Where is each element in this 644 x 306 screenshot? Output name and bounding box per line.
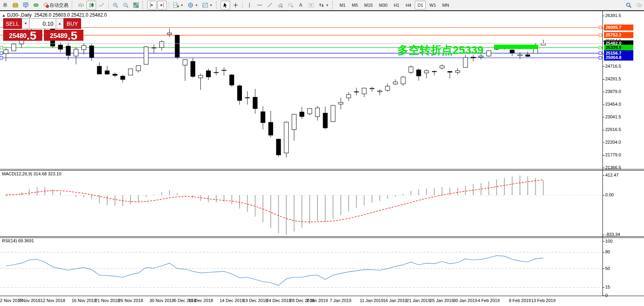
tf-w1-button-label: W1 [429, 3, 436, 8]
chart-canvas[interactable]: 多空转折点25339 [0, 11, 644, 306]
tf-m15-button[interactable]: M15 [361, 1, 375, 10]
cursor-icon [222, 2, 229, 8]
rsi-indicator-label: RSI(14) 69.3691 [2, 238, 34, 243]
vertical-line-button[interactable] [245, 1, 254, 10]
tf-w1-button[interactable]: W1 [427, 1, 439, 10]
chat-button[interactable] [634, 1, 644, 10]
new-order-button[interactable]: 单 [0, 1, 10, 10]
price-level-badge: 25004.8 [604, 55, 633, 61]
templates-icon [202, 2, 208, 8]
tf-d1-button[interactable]: D1 [415, 1, 426, 10]
toolbar-separator [108, 2, 109, 9]
time-axis-label: 25 Jan 2019 [430, 298, 454, 303]
chart-title: ▲DJ30-,Daily 25426.0 25603.0 25421.0 254… [2, 12, 107, 18]
text-button-label: A [299, 2, 302, 8]
panel-collapse-icon[interactable]: ▲ [2, 13, 6, 17]
tf-h4-button[interactable]: H4 [403, 1, 414, 10]
buy-price-frac: .5 [68, 30, 77, 41]
tf-m30-button[interactable]: M30 [376, 1, 390, 10]
time-axis-label: 12 Nov 2018 [40, 298, 65, 303]
channel-button[interactable]: E [276, 1, 285, 10]
periods-dropdown-icon[interactable]: ▼ [195, 4, 198, 7]
zoom-out-button[interactable] [121, 1, 130, 10]
sell-button[interactable]: SELL [3, 18, 22, 29]
search-icon [625, 2, 632, 8]
search-button[interactable] [624, 1, 633, 10]
price-axis-tick: 21779.0 [605, 152, 621, 157]
terminal-icon [23, 2, 29, 8]
sell-price-int: 25480 [9, 31, 27, 41]
price-axis-tick: 21366.5 [605, 165, 621, 170]
crosshair-button[interactable] [231, 1, 240, 10]
text-button[interactable]: A [296, 1, 306, 10]
bar-chart-button[interactable] [76, 1, 86, 10]
candlesticks[interactable] [4, 19, 546, 158]
arrows-button[interactable]: ▼ [317, 1, 330, 10]
candlestick-chart-icon [88, 2, 94, 8]
tile-windows-button[interactable] [131, 1, 141, 10]
sell-price-display[interactable]: 25480.5 [3, 30, 42, 41]
chart-ohlc-values: 25426.0 25603.0 25421.0 25482.0 [34, 12, 107, 18]
tf-m30-button-label: M30 [379, 3, 387, 8]
volume-down-button[interactable]: ▼ [22, 18, 30, 29]
arrows-dropdown-icon[interactable]: ▼ [326, 4, 329, 7]
volume-up-button[interactable]: ▲ [56, 18, 64, 29]
time-axis-label: 24 Dec 2018 [266, 298, 291, 303]
price-axis-tick: 23041.5 [605, 114, 621, 119]
signals-button[interactable] [31, 1, 41, 10]
buy-price-display[interactable]: 25489.5 [44, 30, 83, 41]
time-axis-label: 4 Feb 2019 [478, 298, 500, 303]
time-axis-label: 21 Jan 2019 [406, 298, 431, 303]
buy-button[interactable]: BUY [64, 18, 81, 29]
toolbar-grip [142, 1, 145, 9]
price-level-badge: 25752.2 [604, 32, 633, 38]
trendline-button[interactable] [265, 1, 275, 10]
periods-button[interactable]: ▼ [186, 1, 200, 10]
autotrading-button-label: 自动交易 [49, 2, 68, 9]
tf-m5-button[interactable]: M5 [349, 1, 361, 10]
line-chart-icon [98, 2, 105, 8]
rsi-axis-tick: 100 [605, 239, 612, 243]
autotrading-button[interactable]: 自动交易 [42, 1, 70, 10]
time-axis-label: 26 Nov 2018 [118, 298, 143, 303]
mt4-window: 单自动交易▼▼▼EFAT▼M1M5M15M30H1H4D1W1MN 多空转折点2… [0, 0, 644, 306]
tf-m1-button-label: M1 [340, 3, 346, 8]
cursor-button[interactable] [221, 1, 230, 10]
editor-button[interactable] [11, 1, 20, 10]
indicators-button[interactable]: ▼ [171, 1, 185, 10]
volume-input[interactable]: 0.10 [30, 18, 56, 29]
highlight-rectangle-object[interactable] [494, 45, 538, 49]
fibonacci-button[interactable]: F [286, 1, 295, 10]
tf-m1-button[interactable]: M1 [337, 1, 348, 10]
autotrading-icon [43, 2, 49, 8]
chart-window[interactable]: 多空转折点25339 ▲DJ30-,Daily 25426.0 25603.0 … [0, 11, 644, 306]
chart-shift-button[interactable] [157, 1, 167, 10]
horizontal-line-button[interactable] [255, 1, 264, 10]
crosshair-icon [232, 2, 239, 8]
tf-m5-button-label: M5 [352, 3, 358, 8]
time-axis-label: 7 Nov 2018 [18, 298, 40, 303]
vertical-line-icon [246, 2, 253, 8]
terminal-button[interactable] [21, 1, 30, 10]
chart-annotation-text[interactable]: 多空转折点25339 [397, 44, 483, 56]
label-button[interactable]: T [306, 1, 316, 10]
signals-icon [33, 2, 39, 8]
zoom-in-button[interactable] [111, 1, 120, 10]
templates-button[interactable]: ▼ [200, 1, 214, 10]
time-axis-label: 30 Nov 2018 [149, 298, 174, 303]
auto-scroll-button[interactable] [147, 1, 157, 10]
trendline-icon [267, 2, 273, 8]
price-level-badge: 26005.7 [604, 25, 633, 30]
candlestick-chart-button[interactable] [87, 1, 96, 10]
price-axis-tick: 24291.5 [605, 76, 621, 81]
tf-mn-button[interactable]: MN [440, 1, 452, 10]
templates-dropdown-icon[interactable]: ▼ [210, 4, 213, 7]
toolbar-separator [169, 2, 169, 9]
line-chart-button[interactable] [97, 1, 106, 10]
zoom-out-icon [123, 2, 129, 8]
channel-icon: E [277, 2, 283, 8]
indicators-dropdown-icon[interactable]: ▼ [180, 4, 183, 7]
price-axis-tick: 26391.5 [605, 13, 621, 18]
tf-h1-button[interactable]: H1 [391, 1, 402, 10]
macd-axis-tick: -833.34 [605, 232, 620, 237]
